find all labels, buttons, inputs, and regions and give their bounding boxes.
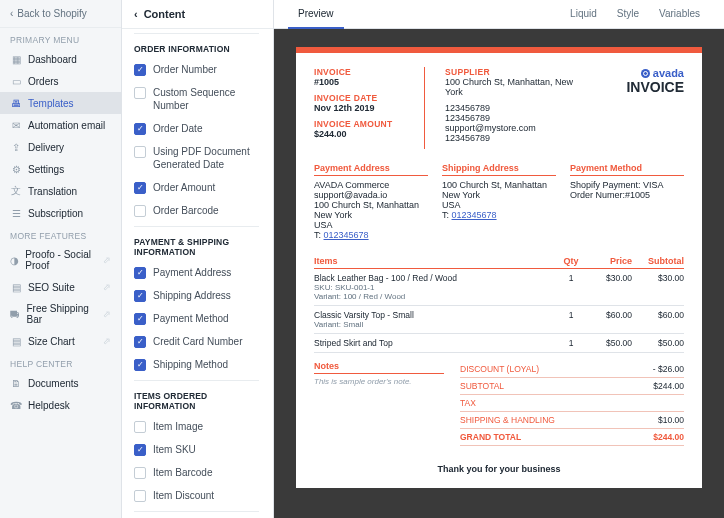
checkbox-icon[interactable] (134, 490, 146, 502)
invoice-document: INVOICE #1005 INVOICE DATE Nov 12th 2019… (296, 47, 702, 488)
checkbox-icon[interactable] (134, 205, 146, 217)
item-row: Classic Varsity Top - SmallVariant: Smal… (314, 306, 684, 334)
item-variant: Variant: Small (314, 320, 556, 329)
nav-templates[interactable]: 🖶Templates (0, 92, 121, 114)
helpdesk-icon: ☎ (10, 399, 22, 411)
documents-icon: 🗎 (10, 377, 22, 389)
divider (424, 67, 425, 149)
item-subtotal: $60.00 (632, 310, 684, 329)
item-price: $50.00 (586, 338, 632, 348)
nav-translation[interactable]: 文Translation (0, 180, 121, 202)
nav-dashboard[interactable]: ▦Dashboard (0, 48, 121, 70)
chevron-left-icon[interactable]: ‹ (134, 8, 138, 20)
item-sku: SKU: SKU-001-1 (314, 283, 556, 292)
opt-cc-num[interactable]: Credit Card Number (122, 330, 271, 353)
checkbox-icon[interactable] (134, 336, 146, 348)
item-qty: 1 (556, 338, 586, 348)
item-price: $60.00 (586, 310, 632, 329)
nav-settings[interactable]: ⚙Settings (0, 158, 121, 180)
checkbox-icon[interactable] (134, 444, 146, 456)
tab-liquid[interactable]: Liquid (560, 0, 607, 28)
checkbox-icon[interactable] (134, 267, 146, 279)
opt-custom-seq[interactable]: Custom Sequence Number (122, 81, 271, 117)
group-payship: PAYMENT & SHIPPING INFORMATION (122, 227, 271, 261)
tot-ship-label: SHIPPING & HANDLING (460, 415, 555, 425)
content-scroll[interactable]: ORDER INFORMATION Order Number Custom Se… (122, 29, 273, 518)
logo-icon (641, 69, 650, 78)
content-header: ‹ Content (122, 0, 273, 29)
opt-item-sku[interactable]: Item SKU (122, 438, 271, 461)
opt-pay-method[interactable]: Payment Method (122, 307, 271, 330)
tab-preview[interactable]: Preview (288, 0, 344, 29)
nav-freeship[interactable]: ⛟Free Shipping Bar⬀ (0, 298, 121, 330)
opt-item-barcode[interactable]: Item Barcode (122, 461, 271, 484)
nav-section-help: HELP CENTER (0, 352, 121, 372)
checkbox-icon[interactable] (134, 467, 146, 479)
freeship-icon: ⛟ (10, 308, 21, 320)
ship-line: 100 Church St, Manhattan (442, 180, 556, 190)
nav-delivery[interactable]: ⇪Delivery (0, 136, 121, 158)
checkbox-icon[interactable] (134, 146, 146, 158)
nav-automation[interactable]: ✉Automation email (0, 114, 121, 136)
opt-pdf-date[interactable]: Using PDF Document Generated Date (122, 140, 271, 176)
tot-ship-val: $10.00 (658, 415, 684, 425)
opt-item-disc[interactable]: Item Discount (122, 484, 271, 507)
invoice-amount-label: INVOICE AMOUNT (314, 119, 404, 129)
checkbox-icon[interactable] (134, 64, 146, 76)
supplier-phone: 123456789 (445, 133, 592, 143)
checkbox-icon[interactable] (134, 359, 146, 371)
item-subtotal: $30.00 (632, 273, 684, 301)
invoice-amount: $244.00 (314, 129, 404, 139)
nav-documents[interactable]: 🗎Documents (0, 372, 121, 394)
supplier-address: 100 Church St, Manhattan, New York (445, 77, 592, 97)
nav-orders[interactable]: ▭Orders (0, 70, 121, 92)
preview-tabs: Preview Liquid Style Variables (274, 0, 724, 29)
tot-grand-label: GRAND TOTAL (460, 432, 521, 442)
proofo-icon: ◑ (10, 254, 19, 266)
pay-tel: T: 012345678 (314, 230, 428, 240)
content-panel: ‹ Content ORDER INFORMATION Order Number… (122, 0, 274, 518)
item-name: Striped Skirt and Top (314, 338, 556, 348)
back-to-shopify-link[interactable]: ‹ Back to Shopify (0, 0, 121, 28)
totals: DISCOUNT (LOYAL)- $26.00 SUBTOTAL$244.00… (460, 361, 684, 446)
item-row: Striped Skirt and Top1$50.00$50.00 (314, 334, 684, 353)
preview-canvas[interactable]: INVOICE #1005 INVOICE DATE Nov 12th 2019… (274, 29, 724, 518)
tot-discount-label: DISCOUNT (LOYAL) (460, 364, 539, 374)
tab-style[interactable]: Style (607, 0, 649, 28)
checkbox-icon[interactable] (134, 182, 146, 194)
items-header: Items Qty Price Subtotal (314, 256, 684, 269)
supplier-email: support@mystore.com (445, 123, 592, 133)
opt-ship-method[interactable]: Shipping Method (122, 353, 271, 376)
method-line: Shopify Payment: VISA (570, 180, 684, 190)
shipping-address-title: Shipping Address (442, 163, 556, 176)
checkbox-icon[interactable] (134, 290, 146, 302)
chevron-left-icon: ‹ (10, 8, 13, 19)
opt-order-barcode[interactable]: Order Barcode (122, 199, 271, 222)
item-name: Classic Varsity Top - Small (314, 310, 556, 320)
item-price: $30.00 (586, 273, 632, 301)
opt-order-amount[interactable]: Order Amount (122, 176, 271, 199)
preview-panel: Preview Liquid Style Variables INVOICE #… (274, 0, 724, 518)
external-icon: ⬀ (103, 282, 111, 292)
opt-order-number[interactable]: Order Number (122, 58, 271, 81)
opt-item-img[interactable]: Item Image (122, 415, 271, 438)
checkbox-icon[interactable] (134, 313, 146, 325)
opt-ship-addr[interactable]: Shipping Address (122, 284, 271, 307)
ship-city: New York (442, 190, 556, 200)
translation-icon: 文 (10, 185, 22, 197)
settings-icon: ⚙ (10, 163, 22, 175)
checkbox-icon[interactable] (134, 123, 146, 135)
tab-variables[interactable]: Variables (649, 0, 710, 28)
nav-seo[interactable]: ▤SEO Suite⬀ (0, 276, 121, 298)
templates-icon: 🖶 (10, 97, 22, 109)
opt-order-date[interactable]: Order Date (122, 117, 271, 140)
checkbox-icon[interactable] (134, 421, 146, 433)
nav-subscription[interactable]: ☰Subscription (0, 202, 121, 224)
nav-proofo[interactable]: ◑Proofo - Social Proof⬀ (0, 244, 121, 276)
invoice-label: INVOICE (314, 67, 404, 77)
checkbox-icon[interactable] (134, 87, 146, 99)
item-row: Black Leather Bag - 100 / Red / WoodSKU:… (314, 269, 684, 306)
nav-helpdesk[interactable]: ☎Helpdesk (0, 394, 121, 416)
opt-pay-addr[interactable]: Payment Address (122, 261, 271, 284)
nav-sizechart[interactable]: ▤Size Chart⬀ (0, 330, 121, 352)
